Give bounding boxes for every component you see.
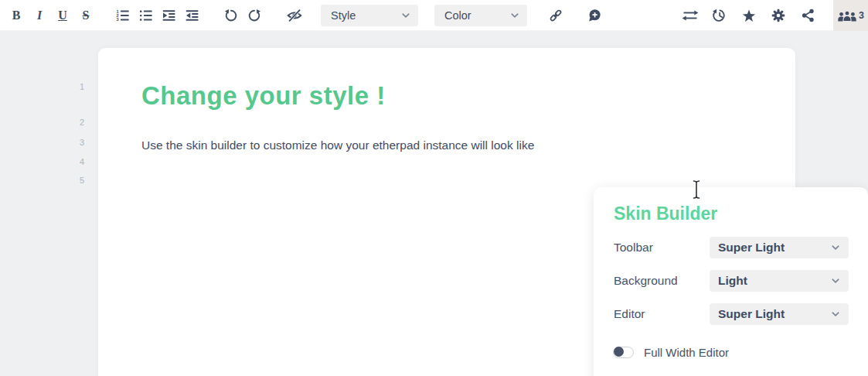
star-icon bbox=[742, 9, 756, 22]
import-export-button[interactable] bbox=[676, 4, 705, 27]
full-width-editor-label: Full Width Editor bbox=[644, 346, 729, 359]
gear-icon bbox=[771, 9, 785, 22]
bold-button[interactable]: B bbox=[5, 4, 28, 27]
eye-off-icon bbox=[287, 9, 302, 22]
format-group: B I U S bbox=[5, 4, 97, 27]
editbar: B I U S 1 2 3 bbox=[0, 0, 868, 31]
line-number-gutter: 1 2 3 4 5 bbox=[0, 0, 87, 376]
full-width-editor-row: Full Width Editor bbox=[594, 344, 868, 360]
editor-skin-label: Editor bbox=[614, 303, 645, 325]
indent-icon bbox=[162, 9, 175, 22]
chevron-down-icon bbox=[832, 245, 839, 251]
strikethrough-icon: S bbox=[83, 9, 90, 22]
settings-button[interactable] bbox=[764, 4, 793, 27]
chevron-down-icon bbox=[402, 13, 410, 19]
comment-plus-icon bbox=[587, 9, 601, 22]
style-dropdown[interactable]: Style bbox=[321, 5, 418, 26]
background-skin-row: Background Light bbox=[594, 270, 868, 292]
line-number: 1 bbox=[80, 82, 84, 91]
history-clock-icon bbox=[712, 9, 727, 22]
etherpad-app: B I U S 1 2 3 bbox=[0, 0, 868, 376]
indent-button[interactable] bbox=[157, 4, 180, 27]
toolbar-right-group: 3 bbox=[676, 0, 868, 31]
toggle-knob bbox=[614, 347, 625, 357]
share-button[interactable] bbox=[793, 4, 822, 27]
link-icon bbox=[549, 9, 563, 22]
style-dropdown-value: Style bbox=[321, 9, 356, 22]
list-group: 1 2 3 bbox=[111, 4, 203, 27]
color-dropdown[interactable]: Color bbox=[434, 5, 527, 26]
add-comment-button[interactable] bbox=[583, 4, 606, 27]
undo-icon bbox=[224, 9, 238, 22]
underline-icon: U bbox=[58, 9, 67, 22]
skin-builder-panel: Skin Builder Toolbar Super Light Backgro… bbox=[594, 187, 868, 376]
line-number: 3 bbox=[80, 138, 84, 147]
share-icon bbox=[802, 9, 815, 22]
outdent-button[interactable] bbox=[180, 4, 203, 27]
online-users-button[interactable]: 3 bbox=[833, 0, 868, 31]
online-users-count: 3 bbox=[859, 10, 864, 21]
undo-redo-group bbox=[220, 4, 266, 27]
strikethrough-button[interactable]: S bbox=[74, 4, 97, 27]
svg-text:3: 3 bbox=[116, 17, 118, 22]
outdent-icon bbox=[186, 9, 199, 22]
line-number: 2 bbox=[80, 118, 84, 127]
pad-paragraph-text[interactable]: Use the skin builder to customize how yo… bbox=[141, 137, 534, 154]
unordered-list-button[interactable] bbox=[134, 4, 157, 27]
editor-skin-value: Super Light bbox=[718, 303, 785, 325]
chevron-down-icon bbox=[832, 279, 839, 284]
italic-icon: I bbox=[37, 9, 42, 22]
history-button[interactable] bbox=[705, 4, 734, 27]
pad-heading-text[interactable]: Change your style ! bbox=[141, 80, 386, 111]
insert-link-button[interactable] bbox=[544, 4, 567, 27]
background-skin-select[interactable]: Light bbox=[710, 270, 849, 292]
ordered-list-icon: 1 2 3 bbox=[116, 9, 129, 22]
underline-button[interactable]: U bbox=[51, 4, 74, 27]
toolbar-skin-row: Toolbar Super Light bbox=[594, 237, 868, 258]
italic-button[interactable]: I bbox=[28, 4, 51, 27]
line-number: 4 bbox=[80, 157, 84, 166]
swap-arrows-icon bbox=[682, 9, 699, 22]
hide-authorship-colors-button[interactable] bbox=[283, 4, 306, 27]
toolbar-skin-value: Super Light bbox=[718, 237, 785, 258]
color-dropdown-value: Color bbox=[434, 9, 471, 22]
toolbar-skin-label: Toolbar bbox=[614, 237, 653, 258]
full-width-editor-toggle[interactable] bbox=[613, 347, 634, 358]
skin-builder-title: Skin Builder bbox=[614, 203, 717, 224]
bold-icon: B bbox=[12, 9, 21, 22]
background-skin-label: Background bbox=[614, 270, 678, 292]
toolbar-skin-select[interactable]: Super Light bbox=[710, 237, 849, 258]
chevron-down-icon bbox=[511, 13, 519, 19]
unordered-list-icon bbox=[139, 9, 152, 22]
editor-skin-select[interactable]: Super Light bbox=[710, 303, 849, 325]
users-group-icon bbox=[837, 9, 857, 22]
redo-icon bbox=[247, 9, 261, 22]
redo-button[interactable] bbox=[243, 4, 266, 27]
authorship-group bbox=[283, 4, 306, 27]
ordered-list-button[interactable]: 1 2 3 bbox=[111, 4, 134, 27]
favorite-button[interactable] bbox=[734, 4, 764, 27]
line-number: 5 bbox=[80, 176, 84, 185]
undo-button[interactable] bbox=[220, 4, 243, 27]
chevron-down-icon bbox=[832, 312, 839, 317]
background-skin-value: Light bbox=[718, 270, 747, 292]
editor-skin-row: Editor Super Light bbox=[594, 303, 868, 325]
